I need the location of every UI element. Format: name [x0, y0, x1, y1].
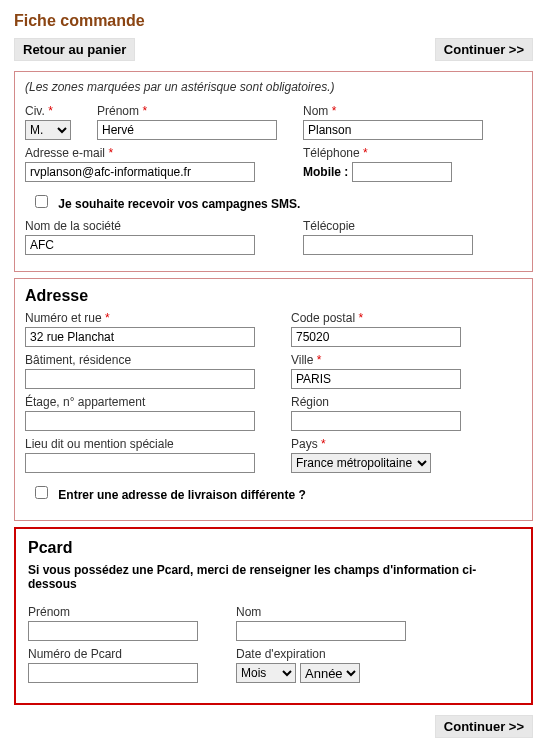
building-label: Bâtiment, résidence — [25, 353, 275, 367]
pcard-lastname-label: Nom — [236, 605, 416, 619]
pcard-expiry-label: Date d'expiration — [236, 647, 360, 661]
mobile-input[interactable] — [352, 162, 452, 182]
required-hint: (Les zones marquées par un astérisque so… — [25, 80, 522, 94]
pcard-title: Pcard — [28, 539, 519, 557]
company-label: Nom de la société — [25, 219, 287, 233]
address-section: Adresse Numéro et rue * Code postal * Bâ… — [14, 278, 533, 521]
sms-label: Je souhaite recevoir vos campagnes SMS. — [58, 197, 300, 211]
continue-button-top[interactable]: Continuer >> — [435, 38, 533, 61]
pcard-firstname-label: Prénom — [28, 605, 208, 619]
locality-input[interactable] — [25, 453, 255, 473]
sms-checkbox[interactable] — [35, 195, 48, 208]
street-input[interactable] — [25, 327, 255, 347]
email-input[interactable] — [25, 162, 255, 182]
top-button-bar: Retour au panier Continuer >> — [8, 38, 539, 61]
country-label: Pays * — [291, 437, 491, 451]
building-input[interactable] — [25, 369, 255, 389]
lastname-input[interactable] — [303, 120, 483, 140]
pcard-number-label: Numéro de Pcard — [28, 647, 208, 661]
postal-input[interactable] — [291, 327, 461, 347]
civ-select[interactable]: M. — [25, 120, 71, 140]
region-input[interactable] — [291, 411, 461, 431]
region-label: Région — [291, 395, 491, 409]
company-input[interactable] — [25, 235, 255, 255]
lastname-label: Nom * — [303, 104, 493, 118]
city-label: Ville * — [291, 353, 491, 367]
identity-section: (Les zones marquées par un astérisque so… — [14, 71, 533, 272]
page-title: Fiche commande — [14, 12, 539, 30]
pcard-section: Pcard Si vous possédez une Pcard, merci … — [14, 527, 533, 705]
firstname-label: Prénom * — [97, 104, 287, 118]
fax-label: Télécopie — [303, 219, 473, 233]
diff-shipping-checkbox[interactable] — [35, 486, 48, 499]
civ-label: Civ. * — [25, 104, 81, 118]
country-select[interactable]: France métropolitaine — [291, 453, 431, 473]
city-input[interactable] — [291, 369, 461, 389]
phone-label: Téléphone * — [303, 146, 452, 160]
pcard-hint: Si vous possédez une Pcard, merci de ren… — [28, 563, 519, 591]
postal-label: Code postal * — [291, 311, 491, 325]
pcard-number-input[interactable] — [28, 663, 198, 683]
firstname-input[interactable] — [97, 120, 277, 140]
locality-label: Lieu dit ou mention spéciale — [25, 437, 275, 451]
street-label: Numéro et rue * — [25, 311, 275, 325]
email-label: Adresse e-mail * — [25, 146, 287, 160]
back-to-cart-button[interactable]: Retour au panier — [14, 38, 135, 61]
mobile-label: Mobile : — [303, 165, 348, 179]
pcard-year-select[interactable]: Année — [300, 663, 360, 683]
fax-input[interactable] — [303, 235, 473, 255]
pcard-lastname-input[interactable] — [236, 621, 406, 641]
floor-input[interactable] — [25, 411, 255, 431]
bottom-button-bar: Continuer >> — [8, 711, 539, 738]
diff-shipping-label: Entrer une adresse de livraison différen… — [58, 488, 305, 502]
address-title: Adresse — [25, 287, 522, 305]
pcard-firstname-input[interactable] — [28, 621, 198, 641]
continue-button-bottom[interactable]: Continuer >> — [435, 715, 533, 738]
floor-label: Étage, n° appartement — [25, 395, 275, 409]
pcard-month-select[interactable]: Mois — [236, 663, 296, 683]
